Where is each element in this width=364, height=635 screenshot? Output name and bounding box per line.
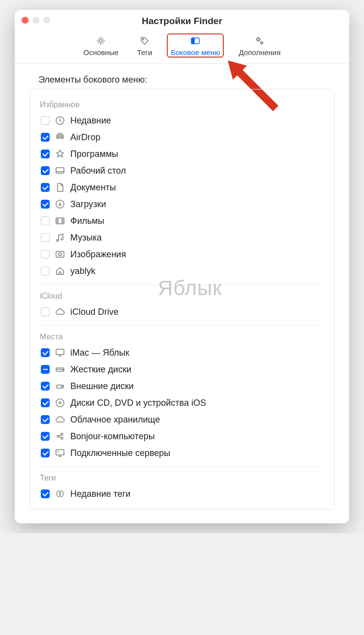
tab-general[interactable]: Основные xyxy=(80,33,122,58)
cloud-icon xyxy=(55,414,65,425)
checkbox-row: Внешние диски xyxy=(39,378,325,394)
checkbox-row: Bonjour-компьютеры xyxy=(39,428,325,445)
desktop-icon xyxy=(55,165,65,176)
checkbox[interactable] xyxy=(41,415,50,424)
finder-preferences-window: Настройки Finder Основные Теги Боковое м… xyxy=(15,10,349,523)
item-label: Изображения xyxy=(70,249,126,260)
checkbox[interactable] xyxy=(41,432,50,441)
sidebar-icon xyxy=(190,35,201,46)
document-icon xyxy=(55,182,65,193)
bonjour-icon xyxy=(55,431,65,442)
item-label: Рабочий стол xyxy=(70,166,126,176)
checkbox[interactable] xyxy=(41,216,50,225)
hdd-icon xyxy=(55,364,65,375)
external-icon xyxy=(55,381,65,392)
checkbox[interactable] xyxy=(41,133,50,142)
tab-advanced[interactable]: Дополнения xyxy=(235,33,284,58)
item-label: Недавние теги xyxy=(70,489,130,499)
checkbox[interactable] xyxy=(41,166,50,175)
gears-icon xyxy=(254,35,265,46)
panel-heading: Элементы бокового меню: xyxy=(38,75,334,85)
item-label: Жесткие диски xyxy=(70,364,131,375)
checkbox[interactable] xyxy=(41,183,50,192)
home-icon xyxy=(55,266,65,276)
tab-sidebar[interactable]: Боковое меню xyxy=(167,33,224,58)
window-title: Настройки Finder xyxy=(15,16,349,27)
item-label: AirDrop xyxy=(70,132,100,143)
separator xyxy=(39,325,325,326)
separator xyxy=(39,466,325,467)
content: Элементы бокового меню: Яблык ИзбранноеН… xyxy=(15,64,349,523)
checkbox-row: Программы xyxy=(39,146,325,162)
checkbox[interactable] xyxy=(41,489,50,498)
checkbox[interactable] xyxy=(41,200,50,209)
checkbox-row: Изображения xyxy=(39,246,325,263)
traffic-lights xyxy=(22,17,50,24)
checkbox-row: Недавние теги xyxy=(39,485,325,502)
movies-icon xyxy=(55,215,65,226)
checkbox[interactable] xyxy=(41,365,50,374)
pictures-icon xyxy=(55,249,65,260)
item-label: iCloud Drive xyxy=(70,307,119,317)
checkbox-row: AirDrop xyxy=(39,129,325,146)
disc-icon xyxy=(55,397,65,408)
checkbox-row: Фильмы xyxy=(39,212,325,229)
item-label: Фильмы xyxy=(70,216,104,226)
section-label: Избранное xyxy=(40,100,325,109)
checkbox[interactable] xyxy=(41,398,50,407)
server-icon xyxy=(55,448,65,458)
checkbox-row: Недавние xyxy=(39,112,325,129)
section-label: Места xyxy=(40,333,325,341)
section-label: iCloud xyxy=(40,292,325,301)
tab-label: Основные xyxy=(84,48,119,57)
tab-label: Дополнения xyxy=(239,48,280,57)
checkbox[interactable] xyxy=(41,348,50,357)
checkbox[interactable] xyxy=(41,116,50,125)
checkbox[interactable] xyxy=(41,267,50,275)
checkbox[interactable] xyxy=(41,233,50,242)
zoom-button[interactable] xyxy=(43,17,50,24)
item-label: Загрузки xyxy=(70,199,106,210)
checkbox-row: Музыка xyxy=(39,229,325,246)
download-icon xyxy=(55,199,65,210)
checkbox[interactable] xyxy=(41,250,50,259)
sidebar-items-panel: Яблык ИзбранноеНедавниеAirDropПрограммыР… xyxy=(30,89,334,510)
section-label: Теги xyxy=(40,474,325,483)
airdrop-icon xyxy=(55,132,65,143)
item-label: Диски CD, DVD и устройства iOS xyxy=(70,398,206,408)
music-icon xyxy=(55,232,65,243)
tab-label: Боковое меню xyxy=(171,48,220,57)
checkbox-row: Жесткие диски xyxy=(39,361,325,378)
close-button[interactable] xyxy=(22,17,29,24)
checkbox[interactable] xyxy=(41,382,50,391)
item-label: yablyk xyxy=(70,266,95,276)
item-label: Облачное хранилище xyxy=(70,415,160,425)
item-label: Документы xyxy=(70,182,116,193)
checkbox-row: Рабочий стол xyxy=(39,162,325,179)
checkbox-row: Диски CD, DVD и устройства iOS xyxy=(39,394,325,411)
item-label: Музыка xyxy=(70,233,102,243)
tab-label: Теги xyxy=(137,48,152,57)
item-label: Подключенные серверы xyxy=(70,448,170,458)
item-label: Недавние xyxy=(70,116,111,126)
checkbox-row: Загрузки xyxy=(39,196,325,212)
minimize-button[interactable] xyxy=(32,17,39,24)
checkbox[interactable] xyxy=(41,307,50,316)
checkbox[interactable] xyxy=(41,150,50,158)
tag-icon xyxy=(139,35,150,46)
apps-icon xyxy=(55,149,65,159)
tags-icon xyxy=(55,488,65,499)
checkbox-row: Документы xyxy=(39,179,325,196)
checkbox-row: Подключенные серверы xyxy=(39,445,325,461)
checkbox-row: iMac — Яблык xyxy=(39,344,325,361)
item-label: Программы xyxy=(70,149,118,159)
item-label: Bonjour-компьютеры xyxy=(70,431,155,442)
toolbar-tabs: Основные Теги Боковое меню Дополнения xyxy=(15,30,349,64)
titlebar: Настройки Finder xyxy=(15,10,349,30)
checkbox[interactable] xyxy=(41,449,50,457)
imac-icon xyxy=(55,347,65,358)
gear-icon xyxy=(95,35,106,46)
tab-tags[interactable]: Теги xyxy=(133,33,156,58)
separator xyxy=(39,284,325,285)
clock-icon xyxy=(55,115,65,126)
